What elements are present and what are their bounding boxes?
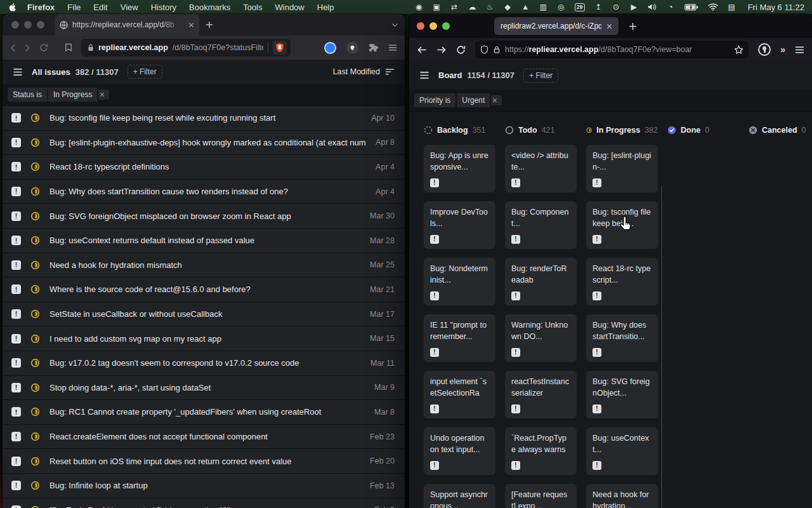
status-in-progress-icon[interactable] [30, 113, 40, 123]
url-bar[interactable]: https://repliear.vercel.app/d/8bTaoq7F0e… [475, 41, 749, 58]
filter-value-chip[interactable]: In Progress [48, 88, 97, 102]
board-card[interactable]: Bug: Component...! [505, 201, 577, 249]
board-card[interactable]: Bug: App is unresponsive...! [424, 145, 495, 192]
filter-field-chip[interactable]: Status is [8, 88, 47, 102]
priority-urgent-icon[interactable]: ! [511, 178, 520, 187]
sort-control[interactable]: Last Modified [333, 67, 395, 76]
priority-urgent-icon[interactable]: ! [11, 358, 21, 368]
bookmark-icon[interactable] [65, 43, 72, 52]
onepassword-icon[interactable]: ◎ [557, 0, 565, 14]
remove-filter-icon[interactable] [98, 90, 109, 100]
onepassword-extension-icon[interactable] [324, 42, 336, 54]
board-card[interactable]: Need a hook for hydration...! [586, 484, 658, 508]
docker-icon[interactable]: ♨ [486, 0, 494, 14]
add-filter-button[interactable]: + Filter [128, 65, 162, 79]
status-in-progress-icon[interactable] [30, 187, 40, 196]
status-in-progress-icon[interactable] [30, 505, 40, 508]
browser-tab[interactable]: https://repliear.vercel.app/d/8b [55, 14, 199, 36]
priority-urgent-icon[interactable]: ! [593, 178, 601, 187]
priority-urgent-icon[interactable]: ! [11, 505, 21, 508]
menu-edit[interactable]: Edit [93, 3, 107, 12]
priority-urgent-icon[interactable]: ! [11, 334, 21, 344]
status-in-progress-icon[interactable] [30, 334, 40, 344]
menu-window[interactable]: Window [275, 3, 304, 12]
issue-row[interactable]: ![DevTools Bug] Unsupported Bridge opera… [3, 498, 405, 508]
issue-row[interactable]: !Bug: Infinite loop at startupFeb 13 [3, 474, 405, 498]
issue-row[interactable]: !Bug: [eslint-plugin-exhaustive-deps] ho… [3, 131, 405, 156]
issue-row[interactable]: !Bug: tsconfig file keep being reset whi… [3, 106, 405, 131]
new-tab-button[interactable] [206, 21, 213, 29]
board-card[interactable]: Bug: Nondeterminist...! [424, 258, 495, 305]
sidebar-hamburger-icon[interactable] [419, 71, 429, 79]
camera-icon[interactable]: ▣ [433, 0, 441, 14]
status-in-progress-icon[interactable] [30, 284, 40, 294]
bookmark-star-icon[interactable] [734, 45, 743, 55]
priority-urgent-icon[interactable]: ! [11, 284, 21, 294]
issue-row[interactable]: !Bug: v17.0.2 tag doesn't seem to corres… [3, 351, 405, 376]
lock-icon[interactable] [494, 46, 500, 53]
close-window-button[interactable] [417, 22, 424, 30]
close-window-button[interactable] [11, 21, 19, 29]
tab-overflow-chevron-icon[interactable] [391, 23, 398, 27]
github-extension-icon[interactable] [346, 42, 358, 54]
issue-row[interactable]: !Need a hook for hydration mismatchMar 2… [3, 253, 405, 278]
priority-urgent-icon[interactable]: ! [593, 235, 601, 244]
priority-urgent-icon[interactable]: ! [593, 348, 601, 357]
window-manager-icon[interactable]: ▥ [539, 0, 547, 14]
board-card[interactable]: Bug: [eslint-plugin-...! [586, 145, 658, 192]
board-card[interactable]: Bug: useContext...! [586, 427, 658, 475]
priority-urgent-icon[interactable]: ! [511, 404, 520, 413]
priority-urgent-icon[interactable]: ! [11, 457, 21, 466]
status-in-progress-icon[interactable] [30, 457, 40, 466]
issue-row[interactable]: !SetState in useCallback or without useC… [3, 302, 405, 327]
zoom-window-button[interactable] [37, 21, 44, 29]
status-in-progress-icon[interactable] [30, 138, 40, 147]
board-card[interactable]: Support asynchronous...! [424, 484, 495, 508]
sync-icon[interactable]: ⇄ [450, 0, 459, 14]
priority-urgent-icon[interactable]: ! [11, 211, 21, 221]
status-in-progress-icon[interactable] [30, 260, 40, 270]
board-card[interactable]: Improve DevTools...! [424, 201, 495, 249]
status-in-progress-icon[interactable] [30, 358, 40, 368]
wifi-icon[interactable] [708, 3, 718, 11]
filter-value-chip[interactable]: Urgent [457, 93, 490, 107]
sidebar-hamburger-icon[interactable] [13, 68, 23, 76]
priority-urgent-icon[interactable]: ! [593, 404, 601, 413]
remove-filter-icon[interactable] [491, 95, 502, 105]
priority-urgent-icon[interactable]: ! [11, 260, 21, 270]
priority-urgent-icon[interactable]: ! [430, 348, 439, 357]
minimize-window-button[interactable] [429, 22, 437, 30]
status-in-progress-icon[interactable] [30, 432, 40, 441]
priority-urgent-icon[interactable]: ! [11, 113, 21, 123]
issue-row[interactable]: !React 18-rc typescript definitionsApr 4 [3, 155, 405, 180]
status-in-progress-icon[interactable] [30, 481, 40, 490]
board-card[interactable]: Bug: SVG foreignObject...! [586, 371, 658, 418]
issue-row[interactable]: !Where is the source code of react@15.6.… [3, 277, 405, 302]
board-card[interactable]: IE 11 "prompt to remember...! [424, 314, 495, 362]
onepassword-extension-icon[interactable] [758, 43, 771, 56]
priority-urgent-icon[interactable]: ! [593, 291, 601, 300]
status-in-progress-icon[interactable] [30, 236, 40, 245]
upload-icon[interactable]: ↥ [594, 0, 603, 14]
priority-urgent-icon[interactable]: ! [511, 348, 520, 357]
status-in-progress-icon[interactable] [30, 309, 40, 319]
status-in-progress-icon[interactable] [30, 211, 40, 221]
layers-icon[interactable]: ▤ [728, 0, 736, 14]
board-card[interactable]: reactTestInstanc serializer! [505, 371, 577, 418]
menu-app-name[interactable]: Firefox [27, 3, 55, 12]
board-card[interactable]: Warning: Unknown DO...! [505, 314, 577, 362]
priority-urgent-icon[interactable]: ! [11, 407, 21, 417]
priority-urgent-icon[interactable]: ! [11, 187, 21, 196]
board-card[interactable]: Bug: Why does startTransitio...! [586, 314, 658, 362]
brave-shield-icon[interactable] [273, 41, 287, 55]
close-tab-icon[interactable] [188, 22, 194, 28]
add-filter-button[interactable]: + Filter [523, 69, 558, 83]
url-bar[interactable]: repliear.vercel.app/d/8bTaoq7F0e?statusF… [81, 39, 291, 57]
play-icon[interactable]: ▶ [630, 0, 638, 14]
issue-row[interactable]: !Bug: SVG foreignObject misplaced on bro… [3, 204, 405, 229]
menu-view[interactable]: View [121, 3, 138, 12]
priority-urgent-icon[interactable]: ! [430, 291, 439, 300]
issue-row[interactable]: !Bug: useContext returns default instead… [3, 229, 405, 253]
priority-urgent-icon[interactable]: ! [511, 235, 520, 244]
priority-urgent-icon[interactable]: ! [11, 383, 21, 392]
